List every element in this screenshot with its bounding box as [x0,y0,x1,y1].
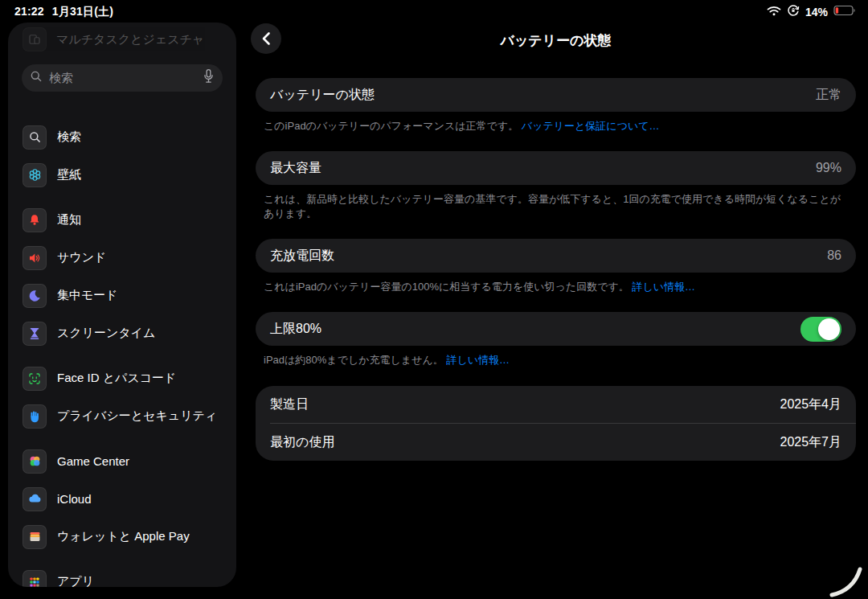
ipad-settings-screen: 21:22 1月31日(土) 14% [0,0,868,599]
battery-health-label: バッテリーの状態 [270,87,375,104]
sidebar-item-label: 検索 [57,129,81,145]
battery-health-footer: このiPadのバッテリーのパフォーマンスは正常です。 バッテリーと保証について… [264,119,850,133]
sidebar-item-label: サウンド [57,250,106,265]
status-time: 21:22 [14,5,44,19]
footer-text: これは、新品時と比較したバッテリー容量の基準です。容量が低下すると、1回の充電で… [264,193,841,219]
game-center-icon [23,449,47,474]
sidebar-item-privacy[interactable]: プライバシーとセキュリティ [8,397,236,435]
sidebar-item-notifications[interactable]: 通知 [8,201,236,239]
apps-grid-icon [23,570,47,588]
cycle-count-learn-more-link[interactable]: 詳しい情報… [632,281,695,293]
cycle-count-value: 86 [827,248,841,263]
charge-limit-label: 上限80% [270,321,321,338]
search-icon [23,125,47,150]
sidebar-item-label: Game Center [57,454,129,468]
cycle-count-footer: これはiPadのバッテリー容量の100%に相当する電力を使い切った回数です。 詳… [264,280,850,294]
sidebar-item-label: 通知 [57,212,81,228]
dictation-mic-icon[interactable] [203,68,215,88]
sidebar-item-label: iCloud [57,492,92,506]
focus-icon [23,284,47,308]
privacy-hand-icon [23,404,47,429]
sidebar-item-wallpaper[interactable]: 壁紙 [8,156,236,194]
first-use-value: 2025年7月 [780,434,842,451]
sidebar-item-icloud[interactable]: iCloud [8,480,236,518]
battery-dates-group: 製造日 2025年4月 最初の使用 2025年7月 [256,386,856,461]
rotation-lock-icon [787,4,800,20]
icloud-icon [23,487,47,511]
search-placeholder: 検索 [49,71,203,86]
sidebar-item-focus[interactable]: 集中モード [8,277,236,314]
sidebar-item-label: 集中モード [57,288,118,303]
wifi-icon [767,5,781,19]
sidebar-item-screen-time[interactable]: スクリーンタイム [8,314,236,352]
cycle-count-row: 充放電回数 86 [256,239,856,273]
charge-limit-learn-more-link[interactable]: 詳しい情報… [446,354,510,366]
sidebar-item-label: プライバシーとセキュリティ [57,408,217,424]
search-icon [30,70,43,86]
search-input[interactable]: 検索 [22,64,223,92]
battery-percent: 14% [805,6,828,18]
sidebar-item-label: アプリ [57,574,94,587]
sidebar-item-apps[interactable]: アプリ [8,563,236,587]
footer-text: このiPadのバッテリーのパフォーマンスは正常です。 [264,120,518,132]
sidebar-item-face-id[interactable]: Face ID とパスコード [8,359,236,397]
first-use-label: 最初の使用 [270,434,334,451]
face-id-icon [23,367,47,391]
charge-limit-footer: iPadは約80%までしか充電しません。 詳しい情報… [264,353,850,367]
charge-limit-row: 上限80% [256,312,856,346]
wallpaper-icon [23,163,47,187]
sidebar-item-label: ウォレットと Apple Pay [57,529,190,544]
battery-health-value: 正常 [816,87,841,104]
wallet-icon [23,525,47,549]
max-capacity-value: 99% [816,161,841,175]
sound-icon [23,246,47,270]
notifications-icon [23,208,47,232]
sidebar-item-label: Face ID とパスコード [57,371,176,386]
battery-health-row: バッテリーの状態 正常 [256,78,856,112]
sidebar-item-multitasking[interactable]: マルチタスクとジェスチャ [23,27,222,51]
multitasking-icon [23,27,47,51]
sidebar-item-sound[interactable]: サウンド [8,239,236,277]
screen-corner-reflection [812,555,868,599]
sidebar-item-label: 壁紙 [57,167,81,183]
battery-warranty-link[interactable]: バッテリーと保証について… [522,120,660,132]
page-title: バッテリーの状態 [256,31,856,50]
first-use-row: 最初の使用 2025年7月 [256,424,856,461]
max-capacity-footer: これは、新品時と比較したバッテリー容量の基準です。容量が低下すると、1回の充電で… [264,192,850,221]
sidebar-item-label: スクリーンタイム [57,326,155,341]
charge-limit-toggle[interactable] [800,317,841,342]
battery-icon [833,5,857,19]
status-bar: 21:22 1月31日(土) 14% [0,0,868,23]
cycle-count-label: 充放電回数 [270,248,334,265]
sidebar-nav: 検索 壁紙 [8,118,236,587]
screen-time-icon [23,322,47,346]
sidebar-item-search[interactable]: 検索 [8,118,236,156]
sidebar-item-game-center[interactable]: Game Center [8,442,236,480]
footer-text: これはiPadのバッテリー容量の100%に相当する電力を使い切った回数です。 [264,281,629,293]
manufacture-date-value: 2025年4月 [780,396,842,413]
battery-health-content: バッテリーの状態 正常 このiPadのバッテリーのパフォーマンスは正常です。 バ… [256,78,856,461]
status-date: 1月31日(土) [52,5,113,19]
toggle-knob [818,318,840,340]
manufacture-date-row: 製造日 2025年4月 [256,386,856,423]
max-capacity-row: 最大容量 99% [256,151,856,185]
footer-text: iPadは約80%までしか充電しません。 [264,354,444,366]
manufacture-date-label: 製造日 [270,396,309,413]
sidebar-item-wallet[interactable]: ウォレットと Apple Pay [8,518,236,556]
sidebar-item-label: マルチタスクとジェスチャ [56,32,204,47]
settings-sidebar: マルチタスクとジェスチャ 検索 [8,23,236,587]
max-capacity-label: 最大容量 [270,160,321,177]
